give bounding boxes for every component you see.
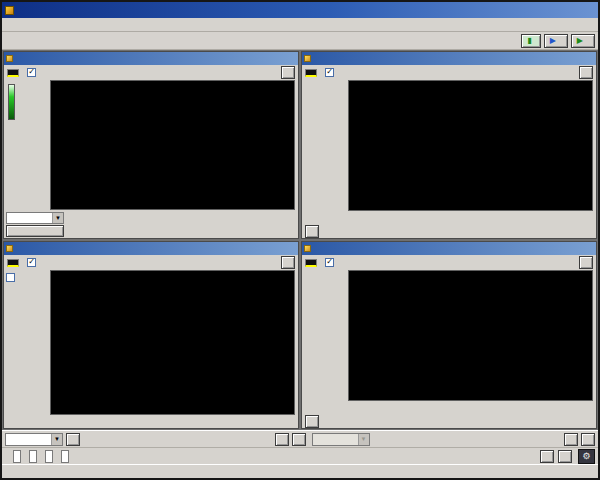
markers-select[interactable]: ▼ <box>5 433 63 446</box>
spectrum-axis-row <box>4 416 298 428</box>
chevron-down-icon: ▼ <box>358 434 369 445</box>
clear-button[interactable] <box>579 256 593 269</box>
all-off-button[interactable] <box>66 433 80 446</box>
preset-icon: ▮ <box>527 36 531 45</box>
amplitude-plot-area <box>348 80 593 211</box>
dpx-titlebar[interactable] <box>4 52 298 65</box>
run-icon: ▶ <box>577 36 583 45</box>
toolbar: ▮ ▶ ▶ <box>2 32 598 50</box>
show-checkbox[interactable] <box>325 258 334 267</box>
autoscale-button[interactable] <box>305 415 319 428</box>
clear-button[interactable] <box>281 256 295 269</box>
panel-amplitude-vs-time <box>301 51 597 239</box>
chevron-down-icon: ▼ <box>51 434 62 445</box>
preset-button[interactable]: ▮ <box>521 34 540 48</box>
panel-icon <box>304 245 311 252</box>
frequency-readouts <box>302 402 596 428</box>
res-bw-field[interactable] <box>61 450 69 463</box>
settings-gear-button[interactable]: ⚙ <box>578 449 595 464</box>
status-bar <box>2 464 598 478</box>
vbw-checkbox[interactable] <box>6 273 15 282</box>
spectrum-plot-area <box>50 270 295 415</box>
amplitude-titlebar[interactable] <box>302 52 596 65</box>
dpx-axis-gutter <box>4 80 50 211</box>
panel-icon <box>6 55 13 62</box>
time-select[interactable]: ▼ <box>312 433 370 446</box>
frequency-vs-time-plot[interactable] <box>349 271 592 400</box>
amplitude-axis-gutter <box>302 80 348 212</box>
replay-button[interactable]: ▶ <box>544 34 568 48</box>
app-icon <box>5 6 14 15</box>
settings-bar: ⚙ <box>2 447 598 464</box>
dpx-plot-area <box>50 80 295 210</box>
table-button[interactable] <box>564 433 578 446</box>
dpx-bottom-bar: ▼ <box>4 211 298 238</box>
spectrum-plot[interactable] <box>51 271 294 414</box>
show-checkbox[interactable] <box>27 68 36 77</box>
panel-dpx-spectrum: ▼ <box>3 51 299 239</box>
frequency-titlebar[interactable] <box>302 242 596 255</box>
window-titlebar[interactable] <box>2 2 598 18</box>
panel-icon <box>304 55 311 62</box>
amplitude-trace-row <box>302 65 596 80</box>
clear-button[interactable] <box>579 66 593 79</box>
chevron-down-icon: ▼ <box>52 213 63 223</box>
frequency-trace-row <box>302 255 596 270</box>
spectrum-axis-gutter <box>4 270 50 416</box>
menu-bar <box>2 18 598 32</box>
frequency-plot-area <box>348 270 593 401</box>
peak-button[interactable] <box>292 433 306 446</box>
trace-swatch-icon <box>7 259 19 267</box>
app-window: ▮ ▶ ▶ <box>0 0 600 480</box>
markers-panel-button[interactable] <box>540 450 554 463</box>
trace-swatch-icon <box>7 69 19 77</box>
to-center-button[interactable] <box>275 433 289 446</box>
spectrum-trace-row <box>4 255 298 270</box>
spectrum-titlebar[interactable] <box>4 242 298 255</box>
span-field[interactable] <box>45 450 53 463</box>
show-checkbox[interactable] <box>27 258 36 267</box>
amplitude-vs-time-plot[interactable] <box>349 81 592 210</box>
amplitude-readouts <box>302 212 596 238</box>
display-select[interactable]: ▼ <box>6 212 64 224</box>
frequency-axis-gutter <box>302 270 348 402</box>
autoscale-button[interactable] <box>305 225 319 238</box>
replay-icon: ▶ <box>550 36 556 45</box>
trace-swatch-icon <box>305 259 317 267</box>
panel-icon <box>6 245 13 252</box>
panel-spectrum <box>3 241 299 429</box>
define-button[interactable] <box>581 433 595 446</box>
markers-toolbar: ▼ ▼ <box>2 430 598 447</box>
show-checkbox[interactable] <box>325 68 334 77</box>
trace-swatch-icon <box>305 69 317 77</box>
dpx-trace-row <box>4 65 298 80</box>
run-button[interactable]: ▶ <box>571 34 595 48</box>
dpx-color-scale <box>8 84 15 120</box>
ref-level-field[interactable] <box>29 450 37 463</box>
clear-button[interactable] <box>281 66 295 79</box>
frequency-field[interactable] <box>13 450 21 463</box>
panel-frequency-vs-time <box>301 241 597 429</box>
traces-panel-button[interactable] <box>558 450 572 463</box>
display-area: ▼ <box>2 50 598 430</box>
dpx-spectrum-plot[interactable] <box>51 81 294 209</box>
autoscale-button[interactable] <box>6 225 64 237</box>
